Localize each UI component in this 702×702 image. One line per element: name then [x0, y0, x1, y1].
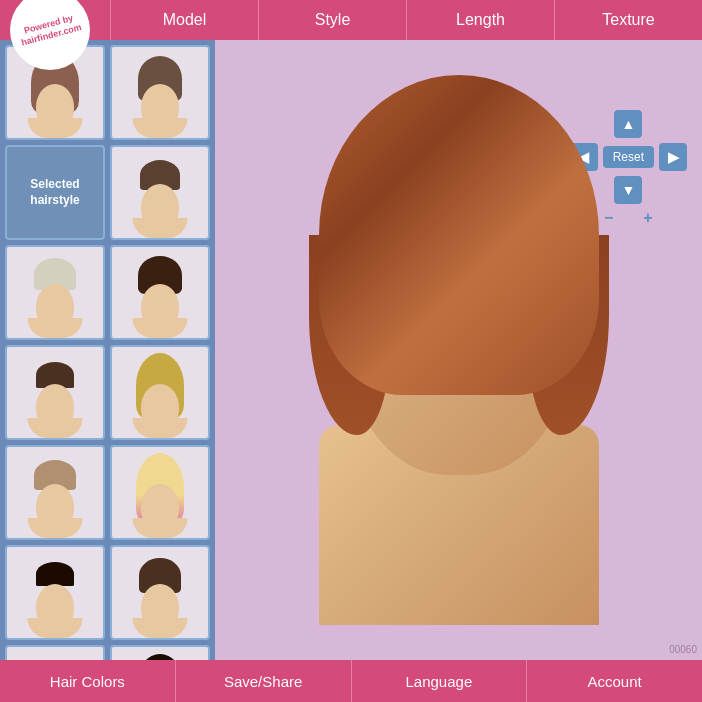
tab-model[interactable]: Model — [110, 0, 258, 40]
sidebar: Selected hairstyle — [0, 40, 215, 660]
hairstyle-row-2: Selected hairstyle — [5, 145, 210, 240]
ctrl-row-up: ▲ — [614, 110, 642, 138]
hairstyle-card-6a[interactable] — [5, 545, 105, 640]
hairstyle-card-2b[interactable] — [110, 145, 210, 240]
hairstyle-card-7a[interactable] — [5, 645, 105, 660]
logo-area: Powered by hairfinder.com — [0, 0, 110, 40]
big-hair — [319, 75, 599, 395]
hair-model-7b — [123, 648, 198, 661]
hairstyle-card-5a[interactable] — [5, 445, 105, 540]
hair-model-3b — [123, 248, 198, 338]
hair-model-1b — [123, 48, 198, 138]
ctrl-row-down: ▼ — [614, 176, 642, 204]
hairstyle-row-7 — [5, 645, 210, 660]
model-display: ▲ ◀ Reset ▶ ▼ − + 00060 — [215, 40, 702, 660]
model-id-label: 00060 — [669, 644, 697, 655]
language-button[interactable]: Language — [352, 660, 528, 702]
hairstyle-card-7b[interactable] — [110, 645, 210, 660]
hair-model-4a — [18, 348, 93, 438]
zoom-out-button[interactable]: − — [604, 209, 613, 227]
move-down-button[interactable]: ▼ — [614, 176, 642, 204]
account-button[interactable]: Account — [527, 660, 702, 702]
move-up-button[interactable]: ▲ — [614, 110, 642, 138]
shoulders — [133, 218, 188, 238]
shoulders — [28, 118, 83, 138]
hairstyle-card-3b[interactable] — [110, 245, 210, 340]
shoulders — [28, 418, 83, 438]
hairstyle-row-6 — [5, 545, 210, 640]
hairstyle-card-6b[interactable] — [110, 545, 210, 640]
hairstyle-row-3 — [5, 245, 210, 340]
selected-label-text: Selected hairstyle — [7, 177, 103, 208]
save-share-button[interactable]: Save/Share — [176, 660, 352, 702]
hairstyle-card-4b[interactable] — [110, 345, 210, 440]
zoom-in-button[interactable]: + — [643, 209, 652, 227]
hair-model-3a — [18, 248, 93, 338]
shoulders — [133, 418, 188, 438]
tab-style[interactable]: Style — [258, 0, 406, 40]
hairstyle-row-4 — [5, 345, 210, 440]
main-content: Selected hairstyle — [0, 40, 702, 660]
big-model — [289, 75, 629, 625]
hair-model-6b — [123, 548, 198, 638]
tab-length[interactable]: Length — [406, 0, 554, 40]
bottom-bar: Hair Colors Save/Share Language Account — [0, 660, 702, 702]
move-right-button[interactable]: ▶ — [659, 143, 687, 171]
ctrl-row-zoom: − + — [604, 209, 653, 227]
shoulders — [28, 618, 83, 638]
shoulders — [28, 518, 83, 538]
logo-text: Powered by hairfinder.com — [17, 12, 82, 49]
hairstyle-card-3a[interactable] — [5, 245, 105, 340]
hairstyle-row-5 — [5, 445, 210, 540]
nav-tabs: Model Style Length Texture — [110, 0, 702, 40]
shoulders — [133, 618, 188, 638]
shoulders — [133, 518, 188, 538]
hairstyle-card-4a[interactable] — [5, 345, 105, 440]
shoulders — [28, 318, 83, 338]
hairstyle-card-1b[interactable] — [110, 45, 210, 140]
hair-model-7a — [18, 648, 93, 661]
tab-texture[interactable]: Texture — [554, 0, 702, 40]
top-nav: Powered by hairfinder.com Model Style Le… — [0, 0, 702, 40]
hair-model-2b — [123, 148, 198, 238]
hairstyle-card-selected[interactable]: Selected hairstyle — [5, 145, 105, 240]
ctrl-row-middle: ◀ Reset ▶ — [570, 143, 687, 171]
shoulders — [133, 118, 188, 138]
shoulders — [133, 318, 188, 338]
hair-model-6a — [18, 548, 93, 638]
reset-button[interactable]: Reset — [603, 146, 654, 168]
hair-model-5a — [18, 448, 93, 538]
hair-colors-button[interactable]: Hair Colors — [0, 660, 176, 702]
hairstyle-card-5b[interactable] — [110, 445, 210, 540]
hair-model-5b — [123, 448, 198, 538]
hair-model-4b — [123, 348, 198, 438]
